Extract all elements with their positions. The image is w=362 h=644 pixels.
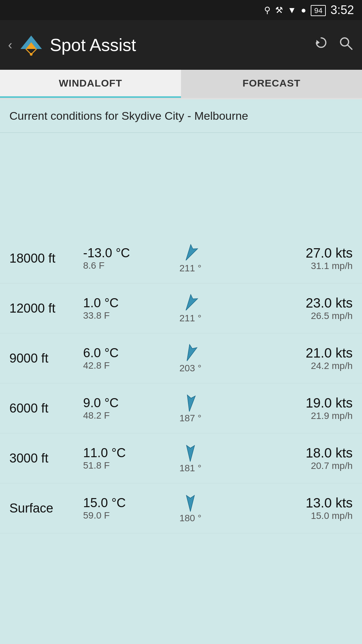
temperature-display: 15.0 °C 59.0 F	[83, 496, 157, 521]
speed-mph: 26.5 mp/h	[311, 311, 353, 321]
direction-arrow-icon	[177, 239, 204, 267]
wind-row: 9000 ft 6.0 °C 42.8 F 203 ° 21.0 kts 24.…	[0, 333, 362, 383]
temperature-display: 9.0 °C 48.2 F	[83, 396, 157, 421]
chart-area	[0, 133, 362, 227]
wind-direction: 211 °	[157, 243, 224, 274]
altitude-label: 3000 ft	[9, 451, 83, 466]
altitude-label: Surface	[9, 501, 83, 516]
svg-line-7	[348, 45, 352, 49]
speed-knots: 18.0 kts	[306, 445, 353, 461]
temperature-display: 11.0 °C 51.8 F	[83, 446, 157, 471]
temp-fahrenheit: 8.6 F	[83, 260, 157, 271]
status-time: 3:52	[330, 3, 354, 17]
bluetooth-icon: ⚲	[264, 5, 270, 15]
wind-speed: 23.0 kts 26.5 mp/h	[224, 296, 353, 321]
alarm-icon: ⚒	[275, 5, 283, 15]
wind-row: 3000 ft 11.0 °C 51.8 F 181 ° 18.0 kts 20…	[0, 433, 362, 483]
signal-icon: ●	[301, 5, 306, 15]
wind-speed: 21.0 kts 24.2 mp/h	[224, 345, 353, 371]
wind-row: 12000 ft 1.0 °C 33.8 F 211 ° 23.0 kts 26…	[0, 283, 362, 333]
wind-speed: 27.0 kts 31.1 mp/h	[224, 246, 353, 271]
wind-row: 18000 ft -13.0 °C 8.6 F 211 ° 27.0 kts 3…	[0, 233, 362, 283]
direction-degrees: 203 °	[179, 363, 201, 374]
temperature-display: -13.0 °C 8.6 F	[83, 246, 157, 271]
temp-fahrenheit: 48.2 F	[83, 410, 157, 421]
temperature-display: 6.0 °C 42.8 F	[83, 346, 157, 371]
wind-data-table: 18000 ft -13.0 °C 8.6 F 211 ° 27.0 kts 3…	[0, 227, 362, 540]
temp-celsius: 11.0 °C	[83, 446, 157, 460]
content: 18000 ft -13.0 °C 8.6 F 211 ° 27.0 kts 3…	[0, 133, 362, 602]
temperature-display: 1.0 °C 33.8 F	[83, 296, 157, 321]
speed-mph: 24.2 mp/h	[311, 361, 353, 371]
temp-celsius: 15.0 °C	[83, 496, 157, 510]
altitude-label: 6000 ft	[9, 401, 83, 416]
temp-celsius: 6.0 °C	[83, 346, 157, 360]
wind-speed: 13.0 kts 15.0 mp/h	[224, 495, 353, 521]
speed-mph: 31.1 mp/h	[311, 261, 353, 271]
app-title: Spot Assist	[50, 35, 307, 55]
wind-direction: 211 °	[157, 293, 224, 324]
temp-fahrenheit: 33.8 F	[83, 310, 157, 321]
direction-arrow-icon	[180, 493, 200, 513]
altitude-label: 9000 ft	[9, 351, 83, 366]
wind-row: 6000 ft 9.0 °C 48.2 F 187 ° 19.0 kts 21.…	[0, 383, 362, 433]
direction-degrees: 187 °	[179, 413, 201, 424]
direction-arrow-icon	[179, 392, 202, 414]
altitude-label: 18000 ft	[9, 251, 83, 266]
speed-knots: 27.0 kts	[306, 246, 353, 261]
speed-knots: 13.0 kts	[306, 495, 353, 511]
temp-fahrenheit: 59.0 F	[83, 510, 157, 521]
direction-arrow-icon	[177, 289, 204, 317]
altitude-label: 12000 ft	[9, 301, 83, 316]
refresh-button[interactable]	[314, 35, 328, 55]
app-logo	[19, 33, 43, 57]
wind-direction: 180 °	[157, 493, 224, 524]
temp-celsius: 1.0 °C	[83, 296, 157, 310]
speed-mph: 15.0 mp/h	[311, 511, 353, 521]
temp-fahrenheit: 51.8 F	[83, 460, 157, 471]
direction-degrees: 181 °	[179, 463, 201, 474]
battery-icon: 94	[311, 5, 325, 15]
speed-mph: 21.9 mp/h	[311, 411, 353, 421]
search-button[interactable]	[338, 35, 354, 55]
speed-mph: 20.7 mp/h	[311, 461, 353, 471]
app-bar: ‹ Spot Assist	[0, 20, 362, 70]
speed-knots: 21.0 kts	[306, 345, 353, 361]
wind-speed: 18.0 kts 20.7 mp/h	[224, 445, 353, 471]
speed-knots: 19.0 kts	[306, 395, 353, 411]
tabs: WINDALOFT FORECAST	[0, 70, 362, 99]
temp-fahrenheit: 42.8 F	[83, 360, 157, 371]
wind-direction: 181 °	[157, 443, 224, 474]
wind-speed: 19.0 kts 21.9 mp/h	[224, 395, 353, 421]
temp-celsius: -13.0 °C	[83, 246, 157, 260]
wind-direction: 187 °	[157, 393, 224, 424]
app-bar-actions	[314, 35, 354, 55]
direction-degrees: 180 °	[179, 513, 201, 524]
direction-arrow-icon	[180, 442, 200, 463]
direction-arrow-icon	[177, 340, 204, 366]
wind-direction: 203 °	[157, 343, 224, 374]
status-bar: ⚲ ⚒ ▼ ● 94 3:52	[0, 0, 362, 20]
temp-celsius: 9.0 °C	[83, 396, 157, 410]
wind-row: Surface 15.0 °C 59.0 F 180 ° 13.0 kts 15…	[0, 483, 362, 533]
data-icon: ▼	[288, 5, 296, 15]
svg-point-4	[30, 53, 33, 56]
speed-knots: 23.0 kts	[306, 296, 353, 311]
tab-windaloft[interactable]: WINDALOFT	[0, 70, 181, 98]
back-button[interactable]: ‹	[8, 38, 12, 52]
svg-marker-12	[183, 344, 197, 363]
location-header: Current conditions for Skydive City - Me…	[0, 99, 362, 133]
tab-forecast[interactable]: FORECAST	[181, 70, 362, 98]
svg-marker-5	[316, 40, 320, 45]
